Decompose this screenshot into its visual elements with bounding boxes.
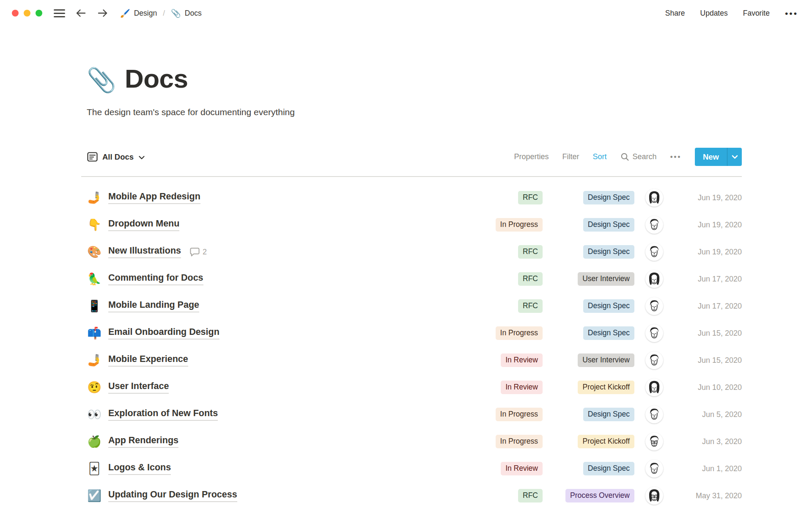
doc-title-link[interactable]: App Renderings (108, 435, 178, 448)
toolbar-actions: Properties Filter Sort Search ••• New (514, 148, 742, 166)
avatar[interactable] (645, 216, 663, 234)
doc-title-link[interactable]: Mobile App Redesign (108, 191, 200, 204)
doc-title-link[interactable]: Mobile Landing Page (108, 300, 199, 312)
breadcrumb-label: Design (134, 9, 157, 18)
status-tag[interactable]: RFC (518, 245, 543, 259)
minimize-window-button[interactable] (24, 10, 30, 17)
comment-badge[interactable]: 2 (189, 247, 207, 257)
view-switcher[interactable]: All Docs (87, 151, 145, 163)
table-row[interactable]: 📫 Email Onboarding Design In Progress De… (81, 320, 742, 347)
status-tag[interactable]: In Review (501, 462, 543, 476)
status-tag[interactable]: RFC (518, 272, 543, 286)
avatar[interactable] (645, 189, 663, 207)
sort-button[interactable]: Sort (593, 152, 606, 161)
doc-title-link[interactable]: Mobile Experience (108, 354, 188, 367)
avatar[interactable] (645, 460, 663, 478)
type-tag[interactable]: Project Kickoff (578, 381, 634, 395)
doc-title-link[interactable]: Email Onboarding Design (108, 327, 219, 340)
doc-title-link[interactable]: Commenting for Docs (108, 273, 203, 285)
doc-title-link[interactable]: Dropdown Menu (108, 218, 179, 231)
edited-date: Jun 10, 2020 (663, 383, 742, 392)
type-tag[interactable]: User Interview (578, 353, 634, 367)
table-row[interactable]: 🍏 App Renderings In Progress Project Kic… (81, 428, 742, 455)
status-cell: RFC (466, 272, 543, 286)
share-button[interactable]: Share (665, 9, 685, 18)
edited-date: Jun 15, 2020 (663, 329, 742, 338)
breadcrumb-item-docs[interactable]: 📎 Docs (168, 8, 204, 19)
sidebar-menu-icon[interactable] (54, 8, 65, 19)
table-row[interactable]: 👀 Exploration of New Fonts In Progress D… (81, 401, 742, 428)
page-icon-paperclip[interactable]: 📎 (87, 68, 116, 92)
status-tag[interactable]: In Review (501, 381, 543, 395)
type-tag[interactable]: User Interview (578, 272, 634, 286)
new-button-group: New (695, 148, 742, 166)
table-row[interactable]: 🃏 Logos & Icons In Review Design Spec (81, 455, 742, 482)
status-tag[interactable]: In Progress (496, 435, 543, 449)
avatar[interactable] (645, 487, 663, 505)
type-tag[interactable]: Design Spec (583, 462, 634, 476)
new-button[interactable]: New (695, 148, 727, 166)
status-cell: In Progress (466, 326, 543, 340)
doc-title-link[interactable]: Exploration of New Fonts (108, 408, 218, 421)
table-row[interactable]: ☑️ Updating Our Design Process RFC Proce… (81, 482, 742, 508)
type-tag[interactable]: Design Spec (583, 191, 634, 205)
avatar[interactable] (645, 297, 663, 315)
doc-title-link[interactable]: Logos & Icons (108, 462, 171, 475)
search-button[interactable]: Search (620, 152, 657, 161)
table-row[interactable]: 👇 Dropdown Menu In Progress Design Spec (81, 211, 742, 238)
type-cell: Project Kickoff (543, 435, 634, 449)
status-cell: RFC (466, 489, 543, 503)
status-cell: In Progress (466, 435, 543, 449)
doc-title-link[interactable]: New Illustrations (108, 246, 181, 258)
forward-arrow-icon[interactable] (97, 8, 108, 18)
status-tag[interactable]: RFC (518, 299, 543, 313)
properties-button[interactable]: Properties (514, 152, 549, 161)
status-tag[interactable]: In Progress (496, 326, 543, 340)
table-row[interactable]: 🤨 User Interface In Review Project Kicko… (81, 374, 742, 401)
back-arrow-icon[interactable] (75, 8, 87, 18)
avatar[interactable] (645, 243, 663, 261)
type-tag[interactable]: Process Overview (565, 489, 634, 503)
avatar[interactable] (645, 351, 663, 369)
avatar[interactable] (645, 433, 663, 450)
created-by-cell (634, 351, 663, 369)
doc-title-link[interactable]: Updating Our Design Process (108, 489, 237, 502)
type-tag[interactable]: Project Kickoff (578, 435, 634, 449)
avatar[interactable] (645, 406, 663, 423)
favorite-button[interactable]: Favorite (743, 9, 770, 18)
status-cell: In Review (466, 353, 543, 367)
avatar[interactable] (645, 270, 663, 288)
avatar[interactable] (645, 324, 663, 342)
type-tag[interactable]: Design Spec (583, 218, 634, 232)
filter-button[interactable]: Filter (562, 152, 579, 161)
status-tag[interactable]: In Progress (496, 408, 543, 422)
created-by-cell (634, 406, 663, 423)
table-row[interactable]: 🎨 New Illustrations 2 RFC Design Spec (81, 238, 742, 265)
created-by-cell (634, 433, 663, 450)
new-dropdown-button[interactable] (727, 148, 742, 166)
status-cell: In Progress (466, 218, 543, 232)
table-row[interactable]: 🦜 Commenting for Docs RFC User Interview (81, 265, 742, 293)
updates-button[interactable]: Updates (700, 9, 728, 18)
table-row[interactable]: 🤳 Mobile App Redesign RFC Design Spec (81, 184, 742, 211)
table-row[interactable]: 📱 Mobile Landing Page RFC Design Spec (81, 293, 742, 320)
avatar[interactable] (645, 378, 663, 396)
notion-window: 🖌️ Design / 📎 Docs Share Updates Favorit… (0, 0, 812, 508)
status-tag[interactable]: RFC (518, 191, 543, 205)
zoom-window-button[interactable] (36, 10, 42, 17)
more-options-icon[interactable]: ••• (785, 9, 798, 18)
type-tag[interactable]: Design Spec (583, 408, 634, 422)
status-tag[interactable]: In Review (501, 353, 543, 367)
page-subtitle: The design team's space for documenting … (87, 107, 742, 117)
doc-title-cell: New Illustrations 2 (108, 246, 466, 258)
type-tag[interactable]: Design Spec (583, 326, 634, 340)
doc-title-link[interactable]: User Interface (108, 381, 169, 394)
breadcrumb-item-design[interactable]: 🖌️ Design (118, 8, 159, 19)
type-tag[interactable]: Design Spec (583, 299, 634, 313)
table-row[interactable]: 🤳 Mobile Experience In Review User Inter… (81, 347, 742, 374)
close-window-button[interactable] (12, 10, 19, 17)
type-tag[interactable]: Design Spec (583, 245, 634, 259)
status-tag[interactable]: In Progress (496, 218, 543, 232)
status-tag[interactable]: RFC (518, 489, 543, 503)
more-options-icon[interactable]: ••• (670, 153, 681, 161)
